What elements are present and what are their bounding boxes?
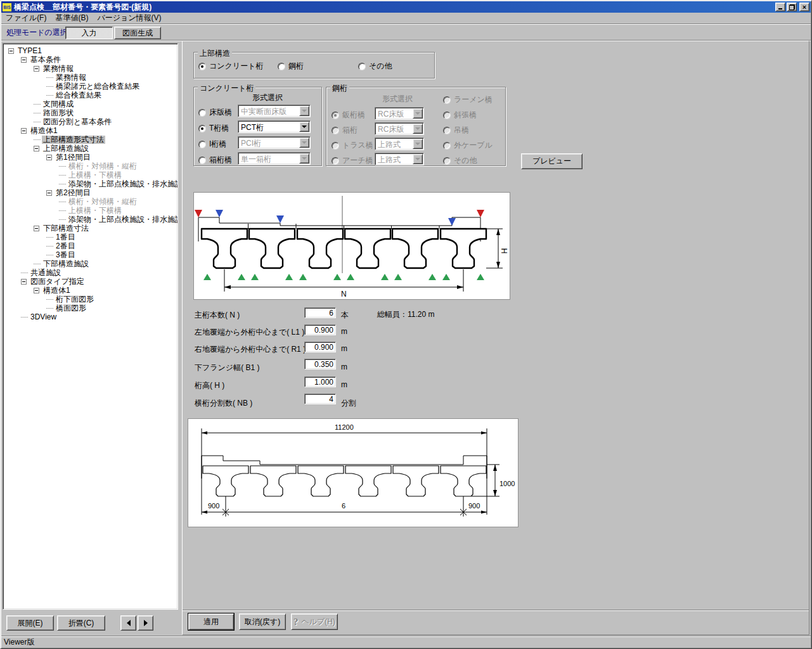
left-edge-input[interactable] [304,324,336,335]
radio-icon[interactable] [198,125,206,132]
tree-item[interactable]: 上横構・下横構 [4,170,176,179]
tree-item[interactable]: 添架物・上部点検施設・排水施設 [4,179,176,188]
girder-count-input[interactable] [304,307,336,318]
tree-item[interactable]: 桁下面図形 [4,295,176,304]
tree-item[interactable]: 業務情報 [4,64,176,73]
collapse-icon[interactable] [34,288,39,293]
tree-expand-button[interactable]: 展開(E) [6,615,54,631]
tree-item[interactable]: 構造体1 [4,286,176,295]
radio-other[interactable]: その他 [358,61,392,72]
tree-item[interactable]: 図面タイプ指定 [4,277,176,286]
menu-file[interactable]: ファイル(F) [1,11,51,25]
tree-item[interactable]: 1番目 [4,233,176,241]
tree-item[interactable]: 図面分割と基本条件 [4,117,176,126]
collapse-icon[interactable] [21,279,27,285]
tree-item[interactable]: 業務情報 [4,73,176,82]
tree-collapse-button[interactable]: 折畳(C) [57,615,105,631]
menu-version[interactable]: バージョン情報(V) [93,11,165,25]
crossbeam-division-input[interactable] [304,394,336,404]
menu-reference[interactable]: 基準値(B) [51,11,93,25]
girder-height-input[interactable] [304,376,336,387]
type-select-header: 形式選択 [382,94,413,105]
collapse-icon[interactable] [34,66,39,72]
tree-item[interactable]: 横桁・対傾構・縦桁 [4,197,176,206]
tree-item[interactable]: 橋面図形 [4,304,176,312]
box-girder-dropdown: RC床版 [375,122,424,135]
restore-button[interactable] [787,3,797,11]
radio-steel-other: その他 [443,155,477,166]
tree-item[interactable]: 第2径間目 [4,188,176,197]
radio-icon[interactable] [198,141,206,148]
tree-item[interactable]: 下部構造寸法 [4,224,176,233]
tree-item[interactable]: 路面形状 [4,108,176,117]
collapse-icon[interactable] [34,226,39,231]
tree-item[interactable]: 上横構・下横構 [4,206,176,215]
minimize-button[interactable] [775,3,785,11]
girder-count-label: 主桁本数( N ) [195,310,240,321]
collapse-icon[interactable] [46,190,52,196]
tree-item[interactable]: 3DView [4,312,176,321]
bottom-flange-input[interactable] [304,359,336,369]
apply-button[interactable]: 適用 [188,614,234,630]
tree-item[interactable]: 添架物・上部点検施設・排水施設 [4,215,176,224]
radio-cable-stayed-bridge: 斜張橋 [443,110,477,120]
project-tree: TYPE1 基本条件 業務情報 業務情報 橋梁諸元と総合検査結果 総合検査結果 … [3,43,178,610]
radio-i-girder-bridge[interactable]: I桁橋 [198,139,226,150]
tree-item-type1[interactable]: TYPE1 [4,46,176,55]
mode-input-button[interactable]: 入力 [65,27,113,39]
tree-item[interactable]: 上部構造施設 [4,144,176,153]
radio-icon[interactable] [198,63,206,70]
crossbeam-division-label: 横桁分割数( NB ) [195,398,252,409]
steel-girder-group: 鋼桁 形式選択 鈑桁橋 RC床版 箱桁 RC床版 トラス橋 上路式 アーチ橋 上… [326,87,506,166]
radio-icon[interactable] [198,109,206,117]
cancel-button[interactable]: 取消(戻す) [239,614,286,630]
radio-icon[interactable] [198,157,206,164]
dim-right-label: 900 [468,502,480,510]
close-button[interactable]: × [799,3,809,11]
tree-item-selected[interactable]: 上部構造形式寸法 [4,135,176,144]
mode-generate-button[interactable]: 図面生成 [114,27,161,39]
left-edge-label: 左地覆端から外桁中心まで( L1 ) [195,327,304,338]
dimension-svg: 11200 1000 900 6 900 [188,418,519,527]
tree-item[interactable]: 第1径間目 [4,153,176,162]
dropdown-button [413,139,423,149]
collapse-icon[interactable] [21,128,27,134]
dim-h-label: H [500,248,509,254]
radio-concrete-girder[interactable]: コンクリート桁 [198,61,263,72]
tree-item[interactable]: 総合検査結果 [4,91,176,100]
t-girder-type-dropdown[interactable]: PCT桁 [238,120,311,133]
tree-next-button[interactable] [138,615,153,631]
restore-icon [789,4,795,10]
tree-item[interactable]: 下部構造施設 [4,259,176,268]
right-edge-unit: m [341,344,347,353]
dropdown-button[interactable] [299,122,309,132]
tree-item[interactable]: 共通施設 [4,268,176,277]
tree-item[interactable]: 支間構成 [4,100,176,108]
radio-steel-girder[interactable]: 鋼桁 [278,61,304,72]
tree-item[interactable]: 3番目 [4,250,176,259]
collapse-icon[interactable] [46,155,52,160]
superstructure-group: 上部構造 コンクリート桁 鋼桁 その他 [193,52,435,79]
tree-item[interactable]: 構造体1 [4,126,176,135]
steel-group-title: 鋼桁 [330,83,349,94]
tree-item[interactable]: 2番目 [4,241,176,250]
preview-button[interactable]: プレビュー [521,153,583,169]
superstructure-group-title: 上部構造 [198,48,232,59]
tree-item[interactable]: 横桁・対傾構・縦桁 [4,162,176,170]
radio-rahmen-bridge: ラーメン橋 [443,94,493,105]
right-edge-input[interactable] [304,342,336,352]
radio-icon[interactable] [278,63,285,70]
radio-box-girder-bridge[interactable]: 箱桁橋 [198,155,232,165]
collapse-icon[interactable] [34,146,39,151]
tree-prev-button[interactable] [120,615,136,631]
radio-steel-box-girder: 箱桁 [332,125,358,136]
collapse-icon[interactable] [21,57,27,63]
radio-slab-bridge[interactable]: 床版橋 [198,107,232,118]
tree-item[interactable]: 橋梁諸元と総合検査結果 [4,82,176,91]
tree-item[interactable]: 基本条件 [4,55,176,64]
dim-total-label: 11200 [335,423,354,431]
chevron-down-icon [302,125,307,128]
radio-icon[interactable] [358,63,366,70]
radio-t-girder-bridge[interactable]: T桁橋 [198,123,229,134]
collapse-icon[interactable] [8,48,14,54]
